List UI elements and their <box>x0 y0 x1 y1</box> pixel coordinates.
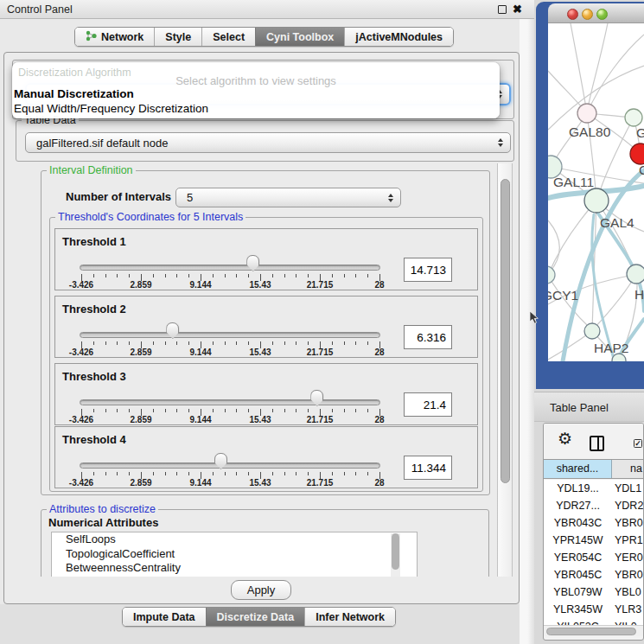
table-row[interactable]: YPR145WYPR1 <box>544 532 644 549</box>
window-title: Control Panel <box>7 3 73 16</box>
network-node-ga[interactable] <box>625 109 642 126</box>
settings-scrollbar[interactable] <box>497 163 513 577</box>
zoom-traffic-light-icon[interactable] <box>596 9 608 20</box>
cell-name[interactable]: YLR3 <box>612 601 644 618</box>
cell-shared-name[interactable]: YBL079W <box>544 583 612 601</box>
threshold-slider-track[interactable] <box>80 332 380 338</box>
tab-select[interactable]: Select <box>201 28 255 46</box>
cell-name[interactable]: YBL0 <box>612 583 644 601</box>
network-canvas[interactable]: GAL80GACGAL11GAL4GCY1HHAP2 <box>548 23 644 361</box>
settings-scrollbar-thumb[interactable] <box>501 179 510 483</box>
cell-name[interactable]: YDL1 <box>612 480 644 497</box>
tab-label: Network <box>101 31 143 43</box>
cell-name[interactable]: YPR1 <box>612 532 644 549</box>
cell-shared-name[interactable]: YBR043C <box>544 514 612 532</box>
table-row[interactable]: YDR27...YDR2 <box>544 497 644 514</box>
dropdown-item-equal-width[interactable]: Equal Width/Frequency Discretization <box>14 102 208 115</box>
attributes-scrollbar-thumb[interactable] <box>392 533 399 570</box>
network-view-window: GAL80GACGAL11GAL4GCY1HHAP2 <box>536 2 644 389</box>
threshold-value-field[interactable]: 21.4 <box>404 392 452 417</box>
cell-shared-name[interactable]: YLR345W <box>544 601 612 618</box>
cell-name[interactable]: YER0 <box>612 549 644 566</box>
threshold-value-field[interactable]: 14.713 <box>404 258 452 282</box>
threshold-box: Threshold 1 -3.4262.8599.14415.4321.7152… <box>54 228 478 290</box>
column-header-shared-name[interactable]: shared... <box>544 460 612 478</box>
gear-icon[interactable]: ⚙ <box>558 429 572 449</box>
table-data-combo[interactable]: galFiltered.sif default node <box>25 132 511 153</box>
threshold-value-field[interactable]: 6.316 <box>404 325 452 349</box>
network-node-gcy1[interactable] <box>548 266 555 284</box>
attribute-list-item[interactable]: SelfLoops <box>52 532 417 547</box>
table-row[interactable]: YBR045CYBR0 <box>544 566 644 583</box>
cell-name[interactable]: YIL0 <box>612 618 644 625</box>
column-header-name[interactable]: na <box>612 460 644 478</box>
checkbox-icon[interactable]: ✓ <box>634 439 642 448</box>
threshold-slider-track[interactable] <box>80 265 380 271</box>
attributes-scrollbar[interactable] <box>391 533 400 577</box>
tab-jactivemnodules[interactable]: jActiveMNodules <box>344 28 453 46</box>
tab-cyni-toolbox[interactable]: Cyni Toolbox <box>255 28 344 46</box>
combo-arrows-icon <box>388 194 393 202</box>
table-row[interactable]: YBR043CYBR0 <box>544 514 644 532</box>
tab-discretize-data[interactable]: Discretize Data <box>206 608 305 626</box>
threshold-label: Threshold 2 <box>62 303 126 316</box>
threshold-slider-track[interactable] <box>80 462 380 469</box>
algorithm-hint: Select algorithm to view settings <box>12 74 500 87</box>
table-header-row: shared... na <box>544 459 644 479</box>
control-panel-titlebar: Control Panel ✖ <box>0 0 534 19</box>
apply-button[interactable]: Apply <box>231 580 291 600</box>
attribute-list-item[interactable]: BetweennessCentrality <box>52 561 417 576</box>
table-row[interactable]: YLR345WYLR3 <box>544 601 644 618</box>
tab-network[interactable]: Network <box>75 28 154 46</box>
screen: Control Panel ✖ NetworkStyleSelectCyni T… <box>0 0 644 644</box>
cell-shared-name[interactable]: YER054C <box>544 549 612 566</box>
cell-shared-name[interactable]: YDR27... <box>544 497 612 514</box>
dropdown-item-manual[interactable]: Manual Discretization <box>14 87 134 100</box>
table-hscrollbar-thumb[interactable] <box>546 628 636 635</box>
tab-label: Discretize Data <box>217 611 295 623</box>
num-intervals-value: 5 <box>187 191 193 204</box>
cell-shared-name[interactable]: YDL19... <box>544 480 612 497</box>
num-intervals-combo[interactable]: 5 <box>175 188 401 207</box>
tab-infer-network[interactable]: Infer Network <box>304 608 395 626</box>
threshold-label: Threshold 4 <box>62 433 126 446</box>
right-region: GAL80GACGAL11GAL4GCY1HHAP2 Table Panel ⚙… <box>534 0 644 644</box>
num-intervals-label: Number of Intervals <box>66 190 171 203</box>
close-traffic-light-icon[interactable] <box>567 9 578 20</box>
table-row[interactable]: YER054CYER0 <box>544 549 644 566</box>
tab-style[interactable]: Style <box>154 28 201 46</box>
attribute-list-item[interactable]: TopologicalCoefficient <box>52 547 417 562</box>
table-row[interactable]: YIL052CYIL0 <box>544 618 644 625</box>
network-node-gal4[interactable] <box>584 188 609 213</box>
cell-name[interactable]: YDR2 <box>612 497 644 514</box>
network-graph: GAL80GACGAL11GAL4GCY1HHAP2 <box>548 23 644 361</box>
network-node-hap2[interactable] <box>584 323 600 339</box>
threshold-box: Threshold 3 -3.4262.8599.14415.4321.7152… <box>54 363 478 425</box>
cell-shared-name[interactable]: YBR045C <box>544 566 612 583</box>
network-icon <box>86 29 97 45</box>
cell-name[interactable]: YBR0 <box>612 566 644 583</box>
cell-name[interactable]: YBR0 <box>612 514 644 532</box>
network-window-titlebar[interactable] <box>548 3 644 23</box>
cell-shared-name[interactable]: YIL052C <box>544 618 612 625</box>
tab-impute-data[interactable]: Impute Data <box>123 608 206 626</box>
table-row[interactable]: YDL19...YDL1 <box>544 480 644 497</box>
table-hscrollbar[interactable] <box>544 625 644 636</box>
network-node-h[interactable] <box>627 265 644 284</box>
tab-label: Infer Network <box>316 611 385 623</box>
close-icon[interactable]: ✖ <box>513 3 522 16</box>
table-panel-header: Table Panel <box>534 392 644 422</box>
threshold-value-field[interactable]: 11.344 <box>404 456 452 480</box>
threshold-slider-track[interactable] <box>80 399 380 405</box>
threshold-box: Threshold 2 -3.4262.8599.14415.4321.7152… <box>54 296 478 358</box>
columns-icon[interactable] <box>590 436 604 451</box>
tab-label: Select <box>213 31 245 43</box>
cell-shared-name[interactable]: YPR145W <box>544 532 612 549</box>
table-row[interactable]: YBL079WYBL0 <box>544 583 644 601</box>
network-node-gal80[interactable] <box>577 104 596 123</box>
minimize-traffic-light-icon[interactable] <box>582 9 593 20</box>
float-window-icon[interactable] <box>498 5 507 14</box>
interval-definition-title: Interval Definition <box>47 165 136 176</box>
network-node-label: GAL4 <box>600 215 634 230</box>
table-rows: YDL19...YDL1YDR27...YDR2YBR043CYBR0YPR14… <box>544 480 644 625</box>
